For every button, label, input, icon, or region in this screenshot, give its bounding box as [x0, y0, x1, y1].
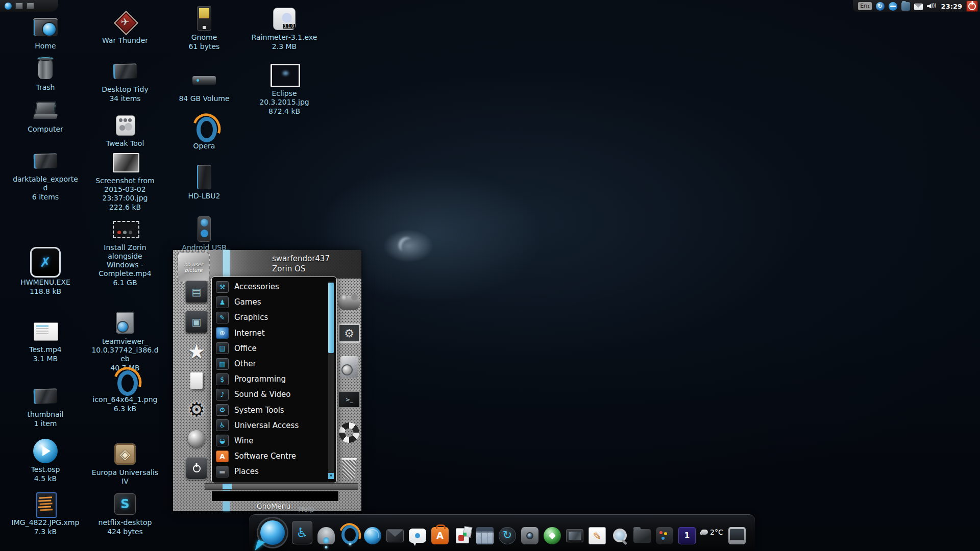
dock-browser-swirl[interactable]: ↻: [499, 527, 516, 544]
menu-item-software-centre[interactable]: ASoftware Centre: [212, 448, 327, 464]
desktop-icon-war-thunder[interactable]: War Thunder: [91, 8, 159, 45]
dock-mail[interactable]: [386, 529, 404, 542]
desktop-icon-label: Europa Universalis IV: [91, 468, 159, 486]
dock-accessibility[interactable]: ♿: [292, 521, 312, 544]
trash-icon[interactable]: [338, 457, 360, 480]
desktop-icon-rainmeter-exe[interactable]: 3.1.0Rainmeter-3.1.exe2.3 MB: [250, 5, 318, 51]
desktop-icon-trash[interactable]: Trash: [11, 55, 80, 92]
desktop-icon-opera[interactable]: Opera: [170, 114, 238, 151]
desktop-icon-volume-84gb[interactable]: 84 GB Volume: [170, 66, 238, 103]
scrollbar-thumb[interactable]: [328, 283, 334, 353]
network-blocked-icon[interactable]: [889, 2, 897, 11]
other-icon: ▦: [216, 358, 229, 370]
camera-window-icon[interactable]: [27, 3, 34, 9]
dock-opera-browser[interactable]: [341, 525, 359, 544]
desktop-icon-gnome-file[interactable]: Gnome61 bytes: [170, 5, 238, 51]
dock-camera[interactable]: [521, 527, 538, 544]
desktop-icon-netflix-desktop[interactable]: netflix-desktop424 bytes: [91, 490, 159, 536]
power-icon[interactable]: [185, 457, 208, 480]
dock-menu-launcher[interactable]: [258, 518, 287, 547]
dock-screenshot-tool[interactable]: [611, 527, 628, 544]
mini-menu-orb-icon[interactable]: [5, 3, 12, 10]
dock-calculator[interactable]: [476, 527, 494, 544]
favorites-icon[interactable]: ★: [186, 341, 207, 362]
menu-item-graphics[interactable]: ✎Graphics: [212, 310, 327, 325]
scroll-down-arrow[interactable]: ▾: [328, 473, 334, 479]
desktop-icon-img-4822-xmp[interactable]: IMG_4822.JPG.xmp7.3 kB: [11, 490, 80, 536]
category-popup: ⚒Accessories♟Games✎Graphics⊕Internet▤Off…: [211, 277, 337, 483]
menu-item-accessories[interactable]: ⚒Accessories: [212, 279, 327, 294]
desktop-icon-sublabel: 424 bytes: [91, 528, 159, 536]
desktop-icon-install-zorin-mp4[interactable]: Install Zorin alongside Windows - Comple…: [91, 215, 159, 287]
clock[interactable]: 23:29: [941, 3, 962, 10]
desktop-icon-test-osp[interactable]: Test.osp4.5 kB: [11, 437, 80, 483]
popup-scrollbar[interactable]: ▾: [328, 281, 334, 480]
desktop-icon-desktop-tidy[interactable]: Desktop Tidy34 items: [91, 57, 159, 103]
hscroll-thumb[interactable]: [223, 484, 232, 489]
keyboard-layout-indicator[interactable]: En₁: [858, 2, 871, 10]
menu-item-other[interactable]: ▦Other: [212, 356, 327, 371]
dock-weather[interactable]: 2°C: [701, 523, 723, 541]
desktop-icon-tweak-tool[interactable]: Tweak Tool: [91, 111, 159, 148]
computer-icon[interactable]: ▣: [185, 311, 208, 333]
desktop-icon-screenshot-jpg[interactable]: Screenshot from 2015-03-02 23:37:00.jpg2…: [91, 148, 159, 212]
wine-icon: ◒: [216, 435, 229, 446]
dock-calendar[interactable]: 1: [678, 527, 696, 544]
network-icon[interactable]: [186, 428, 207, 449]
desktop-icon-label: Install Zorin alongside Windows - Comple…: [91, 243, 159, 278]
dock-image-viewer[interactable]: [566, 529, 583, 542]
desktop-icon-home[interactable]: Home: [11, 14, 80, 51]
desktop-icon-computer[interactable]: Computer: [11, 97, 80, 134]
desktop-icon-darktable-exported[interactable]: darktable_exported6 items: [11, 147, 80, 202]
desktop-icon-hd-lbu2[interactable]: HD-LBU2: [170, 164, 238, 201]
downloads-folder-icon[interactable]: [901, 2, 910, 11]
menu-item-system-tools[interactable]: ⚙System Tools: [212, 403, 327, 418]
dock-file-manager[interactable]: [633, 529, 651, 543]
software-package-icon[interactable]: [340, 356, 358, 378]
menu-item-office[interactable]: ▤Office: [212, 341, 327, 356]
desktop-icon-icon-64x64-png[interactable]: icon_64x64_1.png6.3 kB: [91, 367, 159, 413]
games-shortcut-icon[interactable]: [338, 296, 360, 310]
menu-item-universal-access[interactable]: ♿Universal Access: [212, 418, 327, 433]
desktop-icon-hwmenu-exe[interactable]: HWMENU.EXE118.8 kB: [11, 247, 80, 296]
desktop-icon-thumbnail[interactable]: thumbnail1 item: [11, 382, 80, 428]
desktop-icon-sublabel: 872.4 kB: [250, 107, 318, 116]
desktop-icon-europa-universalis[interactable]: Europa Universalis IV: [91, 440, 159, 486]
dock-chat-green[interactable]: [544, 527, 561, 544]
menu-item-games[interactable]: ♟Games: [212, 294, 327, 310]
terminal-icon[interactable]: >_: [338, 391, 360, 408]
desktop-icon-test-mp4[interactable]: Test.mp43.1 MB: [11, 317, 80, 363]
menu-item-label: Places: [234, 467, 259, 476]
menu-item-sound-video[interactable]: ♪Sound & Video: [212, 387, 327, 402]
user-avatar[interactable]: no user picture: [177, 252, 210, 283]
dock-web-browser[interactable]: [364, 527, 381, 544]
menu-item-wine[interactable]: ◒Wine: [212, 433, 327, 448]
dock-messenger[interactable]: [409, 529, 426, 543]
dock-color-palette[interactable]: [656, 527, 673, 544]
volume-icon[interactable]: [927, 2, 937, 11]
mail-envelope-icon[interactable]: [914, 4, 923, 10]
applications-icon[interactable]: ▤: [185, 281, 208, 303]
horizontal-scrollbar[interactable]: [205, 483, 358, 490]
control-panel-icon[interactable]: ⚙: [338, 323, 360, 343]
menu-item-internet[interactable]: ⊕Internet: [212, 325, 327, 341]
updates-swirl-icon[interactable]: ↻: [876, 2, 885, 11]
menu-item-places[interactable]: ▬Places: [212, 464, 327, 479]
dock-text-editor[interactable]: ✎: [589, 527, 606, 544]
help-icon[interactable]: [338, 421, 360, 444]
settings-icon[interactable]: ⚙: [186, 399, 207, 420]
menu-item-programming[interactable]: $Programming: [212, 371, 327, 387]
documents-icon[interactable]: [186, 370, 207, 391]
dock-office-documents[interactable]: [456, 528, 469, 543]
desktop-icon-sublabel: 1 item: [11, 419, 80, 428]
dock-display-settings[interactable]: [728, 527, 746, 544]
shutdown-button[interactable]: [966, 1, 978, 12]
desktop-icon-teamviewer-deb[interactable]: teamviewer_ 10.0.37742_i386.deb40.7 MB: [91, 309, 159, 372]
dock-software-centre[interactable]: A: [431, 527, 449, 544]
computer-icon: [32, 97, 59, 124]
dock-files-ghost[interactable]: [317, 527, 335, 544]
window-icon[interactable]: [15, 3, 23, 9]
desktop-icon-eclipse-jpg[interactable]: Eclipse 20.3.2015.jpg872.4 kB: [250, 61, 318, 116]
menu-search-input[interactable]: [211, 491, 339, 502]
desktop-icon-label: HWMENU.EXE: [11, 278, 80, 287]
